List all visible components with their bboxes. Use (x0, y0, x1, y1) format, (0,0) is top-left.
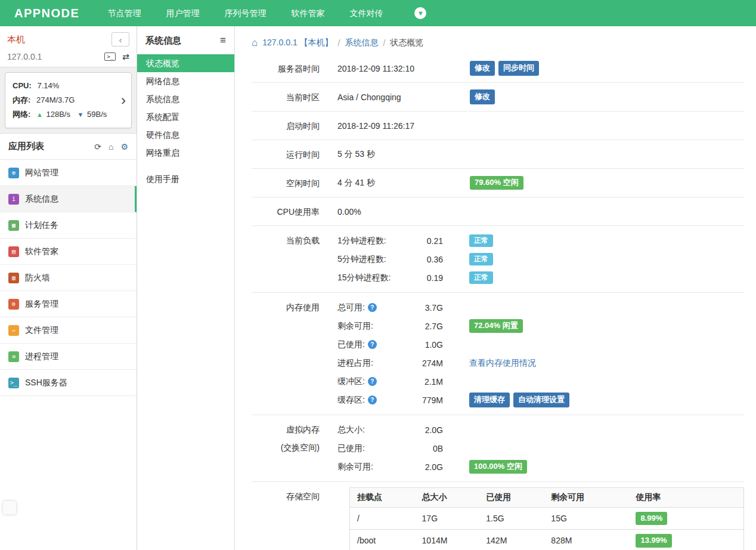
view-memory-usage-link[interactable]: 查看内存使用情况 (469, 358, 536, 369)
memory-row: 内存使用 总可用:? 3.7G 剩余可用: 2.7G 72.04% 闲置 已使用… (252, 293, 744, 415)
info-icon: i (8, 194, 19, 205)
row-label: CPU使用率 (252, 203, 320, 221)
row-label: 运行时间 (252, 146, 320, 163)
memory-process-row: 进程占用: 274M 查看内存使用情况 (337, 354, 569, 372)
download-arrow-icon: ▼ (78, 111, 84, 118)
swap-used-row: 已使用: 0B (337, 439, 527, 458)
network-down-value: 59B/s (87, 110, 107, 119)
app-list-header: 应用列表 ⟳ ⌂ ⚙ (0, 134, 137, 160)
modify-timezone-button[interactable]: 修改 (470, 89, 495, 104)
sidebar-item-process-management[interactable]: ≡ 进程管理 (0, 344, 137, 370)
calendar-icon: ▦ (8, 220, 19, 231)
left-sidebar: 本机 ‹ 127.0.0.1 >_ ⇄ CPU: 7.14% 内存: 274M/… (0, 26, 137, 550)
load-1min-row: 1分钟进程数: 0.21 正常 (337, 231, 493, 250)
modify-time-button[interactable]: 修改 (470, 61, 495, 76)
memory-buffer-row: 缓冲区:? 2.1M (337, 372, 569, 391)
boot-time-row: 启动时间 2018-12-09 11:26:17 (252, 112, 744, 140)
cpu-stat-label: CPU: (13, 81, 32, 90)
row-label: 空闲时间 (252, 174, 320, 192)
help-icon[interactable]: ? (368, 395, 377, 404)
sidebar-item-system-info[interactable]: i 系统信息 (0, 186, 137, 212)
floating-widget[interactable] (3, 501, 16, 514)
row-label: 存储空间 (252, 487, 320, 505)
uptime-value: 5 分 53 秒 (337, 149, 470, 160)
idle-percent-badge: 79.60% 空闲 (470, 176, 523, 189)
top-navbar: APPNODE 节点管理 用户管理 序列号管理 软件管家 文件对传 ▼ (0, 0, 756, 26)
auto-clear-settings-button[interactable]: 自动清理设置 (513, 393, 569, 407)
host-card: 本机 ‹ 127.0.0.1 >_ ⇄ (0, 26, 137, 67)
app-list-title: 应用列表 (8, 141, 44, 152)
submenu-item-system-info[interactable]: 系统信息 (137, 90, 234, 108)
sync-time-button[interactable]: 同步时间 (498, 61, 539, 76)
chevron-down-icon: ▼ (417, 10, 424, 17)
sidebar-item-scheduled-tasks[interactable]: ▦ 计划任务 (0, 212, 137, 239)
upload-arrow-icon: ▲ (36, 111, 43, 118)
nav-serial-management[interactable]: 序列号管理 (212, 0, 278, 26)
load-15min-row: 15分钟进程数: 0.19 正常 (337, 268, 493, 287)
sidebar-item-file-management[interactable]: ▱ 文件管理 (0, 317, 137, 344)
submenu-item-user-manual[interactable]: 使用手册 (137, 170, 234, 188)
terminal-icon[interactable]: >_ (104, 52, 116, 61)
boot-time-value: 2018-12-09 11:26:17 (337, 121, 470, 131)
refresh-icon[interactable]: ⟳ (94, 142, 101, 152)
cpu-usage-value: 0.00% (337, 207, 470, 217)
help-icon[interactable]: ? (368, 340, 377, 349)
table-row: /boot 1014M 142M 828M 13.99% (350, 530, 744, 550)
host-stats-card[interactable]: CPU: 7.14% 内存: 274M/3.7G 网络: ▲ 128B/s ▼ … (5, 72, 132, 128)
transfer-icon[interactable]: ⇄ (122, 52, 129, 61)
sidebar-item-firewall[interactable]: ▥ 防火墙 (0, 265, 137, 291)
network-stat-label: 网络: (13, 110, 30, 119)
breadcrumb-host-link[interactable]: 127.0.0.1 【本机】 (262, 38, 333, 48)
home-icon[interactable]: ⌂ (109, 142, 113, 152)
collapse-panel-button[interactable]: ‹ (111, 32, 129, 47)
help-icon[interactable]: ? (368, 377, 377, 386)
memory-used-row: 已使用:? 1.0G (337, 335, 569, 354)
package-icon: ▤ (8, 246, 19, 257)
gear-icon[interactable]: ⚙ (120, 142, 128, 152)
breadcrumb-current-page: 状态概览 (390, 38, 423, 48)
submenu-item-status-overview[interactable]: 状态概览 (137, 54, 234, 72)
nav-software-manager[interactable]: 软件管家 (278, 0, 337, 26)
row-label: 当前时区 (252, 88, 320, 106)
help-icon[interactable]: ? (368, 303, 377, 312)
server-time-value: 2018-12-09 11:32:10 (337, 64, 470, 73)
ssh-icon: >_ (8, 378, 19, 388)
memory-total-row: 总可用:? 3.7G (337, 298, 569, 317)
table-row: / 17G 1.5G 15G 8.99% (350, 508, 744, 530)
clear-cache-button[interactable]: 清理缓存 (469, 393, 510, 407)
sidebar-item-software-manager[interactable]: ▤ 软件管家 (0, 239, 137, 265)
uptime-row: 运行时间 5 分 53 秒 (252, 140, 744, 169)
submenu-item-system-config[interactable]: 系统配置 (137, 108, 234, 126)
host-ip: 127.0.0.1 (7, 52, 42, 61)
nav-user-management[interactable]: 用户管理 (153, 0, 212, 26)
memory-free-row: 剩余可用: 2.7G 72.04% 闲置 (337, 317, 569, 335)
idle-time-row: 空闲时间 4 分 41 秒 79.60% 空闲 (252, 169, 744, 197)
status-badge: 正常 (469, 271, 493, 284)
appnode-logo[interactable]: APPNODE (14, 7, 79, 20)
memory-cache-row: 缓存区:? 779M 清理缓存 自动清理设置 (337, 391, 569, 409)
hamburger-icon[interactable]: ≡ (220, 35, 226, 47)
more-menu-button[interactable]: ▼ (414, 7, 426, 19)
row-label: 虚拟内存 (交换空间) (252, 421, 320, 456)
storage-row: 存储空间 挂载点 总大小 已使用 剩余可用 使用率 / (252, 482, 744, 550)
swap-total-row: 总大小: 2.0G (337, 421, 527, 439)
memory-stat-label: 内存: (13, 95, 30, 104)
sidebar-item-website-management[interactable]: ⊕ 网站管理 (0, 160, 137, 186)
chevron-left-icon: ‹ (119, 35, 122, 45)
submenu-item-network-info[interactable]: 网络信息 (137, 72, 234, 90)
row-label: 当前负载 (252, 231, 320, 249)
sidebar-item-service-management[interactable]: ⚙ 服务管理 (0, 291, 137, 317)
sidebar-item-ssh-server[interactable]: >_ SSH服务器 (0, 370, 137, 396)
breadcrumb-section-link[interactable]: 系统信息 (345, 38, 378, 48)
app-items: ⊕ 网站管理 i 系统信息 ▦ 计划任务 ▤ 软件管家 ▥ 防火墙 ⚙ 服务管理 (0, 160, 137, 396)
timezone-value: Asia / Chongqing (337, 92, 470, 102)
nav-node-management[interactable]: 节点管理 (95, 0, 153, 26)
submenu-item-network-restart[interactable]: 网络重启 (137, 144, 234, 162)
submenu-item-hardware-info[interactable]: 硬件信息 (137, 126, 234, 144)
chevron-right-icon[interactable]: › (121, 92, 126, 109)
nav-file-transfer[interactable]: 文件对传 (337, 0, 395, 26)
host-name: 本机 (7, 34, 25, 45)
swap-free-row: 剩余可用: 2.0G 100.00% 空闲 (337, 458, 527, 476)
breadcrumb-home-icon[interactable]: ⌂ (252, 37, 258, 49)
load-row: 当前负载 1分钟进程数: 0.21 正常 5分钟进程数: 0.36 正常 15分… (252, 226, 744, 293)
